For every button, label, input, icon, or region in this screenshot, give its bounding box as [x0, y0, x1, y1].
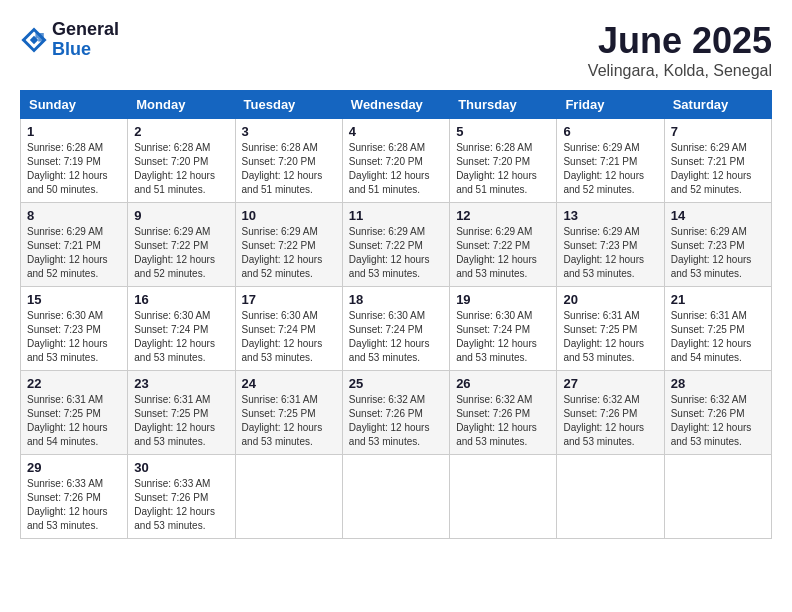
table-row: 7Sunrise: 6:29 AM Sunset: 7:21 PM Daylig…	[664, 119, 771, 203]
day-info: Sunrise: 6:32 AM Sunset: 7:26 PM Dayligh…	[671, 393, 765, 449]
day-info: Sunrise: 6:29 AM Sunset: 7:22 PM Dayligh…	[134, 225, 228, 281]
table-row	[450, 455, 557, 539]
day-info: Sunrise: 6:28 AM Sunset: 7:20 PM Dayligh…	[134, 141, 228, 197]
day-number: 25	[349, 376, 443, 391]
table-row: 9Sunrise: 6:29 AM Sunset: 7:22 PM Daylig…	[128, 203, 235, 287]
table-row: 14Sunrise: 6:29 AM Sunset: 7:23 PM Dayli…	[664, 203, 771, 287]
table-row: 28Sunrise: 6:32 AM Sunset: 7:26 PM Dayli…	[664, 371, 771, 455]
day-number: 24	[242, 376, 336, 391]
day-info: Sunrise: 6:29 AM Sunset: 7:23 PM Dayligh…	[671, 225, 765, 281]
table-row	[664, 455, 771, 539]
day-number: 15	[27, 292, 121, 307]
table-row: 30Sunrise: 6:33 AM Sunset: 7:26 PM Dayli…	[128, 455, 235, 539]
day-number: 21	[671, 292, 765, 307]
calendar: Sunday Monday Tuesday Wednesday Thursday…	[20, 90, 772, 539]
logo-blue: Blue	[52, 40, 119, 60]
title-area: June 2025 Velingara, Kolda, Senegal	[588, 20, 772, 80]
header: General Blue June 2025 Velingara, Kolda,…	[20, 20, 772, 80]
table-row: 11Sunrise: 6:29 AM Sunset: 7:22 PM Dayli…	[342, 203, 449, 287]
day-info: Sunrise: 6:28 AM Sunset: 7:19 PM Dayligh…	[27, 141, 121, 197]
day-info: Sunrise: 6:31 AM Sunset: 7:25 PM Dayligh…	[563, 309, 657, 365]
day-info: Sunrise: 6:29 AM Sunset: 7:22 PM Dayligh…	[456, 225, 550, 281]
table-row: 20Sunrise: 6:31 AM Sunset: 7:25 PM Dayli…	[557, 287, 664, 371]
day-number: 12	[456, 208, 550, 223]
table-row: 2Sunrise: 6:28 AM Sunset: 7:20 PM Daylig…	[128, 119, 235, 203]
col-thursday: Thursday	[450, 91, 557, 119]
day-info: Sunrise: 6:28 AM Sunset: 7:20 PM Dayligh…	[349, 141, 443, 197]
col-sunday: Sunday	[21, 91, 128, 119]
day-info: Sunrise: 6:29 AM Sunset: 7:21 PM Dayligh…	[671, 141, 765, 197]
day-info: Sunrise: 6:30 AM Sunset: 7:24 PM Dayligh…	[242, 309, 336, 365]
day-number: 22	[27, 376, 121, 391]
table-row	[235, 455, 342, 539]
day-number: 10	[242, 208, 336, 223]
calendar-week-1: 1Sunrise: 6:28 AM Sunset: 7:19 PM Daylig…	[21, 119, 772, 203]
day-info: Sunrise: 6:30 AM Sunset: 7:23 PM Dayligh…	[27, 309, 121, 365]
col-friday: Friday	[557, 91, 664, 119]
day-info: Sunrise: 6:33 AM Sunset: 7:26 PM Dayligh…	[27, 477, 121, 533]
table-row: 5Sunrise: 6:28 AM Sunset: 7:20 PM Daylig…	[450, 119, 557, 203]
day-info: Sunrise: 6:32 AM Sunset: 7:26 PM Dayligh…	[349, 393, 443, 449]
day-number: 8	[27, 208, 121, 223]
table-row: 12Sunrise: 6:29 AM Sunset: 7:22 PM Dayli…	[450, 203, 557, 287]
day-number: 17	[242, 292, 336, 307]
table-row: 13Sunrise: 6:29 AM Sunset: 7:23 PM Dayli…	[557, 203, 664, 287]
day-number: 3	[242, 124, 336, 139]
day-number: 20	[563, 292, 657, 307]
table-row: 19Sunrise: 6:30 AM Sunset: 7:24 PM Dayli…	[450, 287, 557, 371]
calendar-week-5: 29Sunrise: 6:33 AM Sunset: 7:26 PM Dayli…	[21, 455, 772, 539]
day-number: 4	[349, 124, 443, 139]
day-number: 30	[134, 460, 228, 475]
day-number: 1	[27, 124, 121, 139]
table-row	[342, 455, 449, 539]
day-info: Sunrise: 6:31 AM Sunset: 7:25 PM Dayligh…	[242, 393, 336, 449]
day-info: Sunrise: 6:28 AM Sunset: 7:20 PM Dayligh…	[242, 141, 336, 197]
day-info: Sunrise: 6:29 AM Sunset: 7:21 PM Dayligh…	[27, 225, 121, 281]
logo-general: General	[52, 20, 119, 40]
logo: General Blue	[20, 20, 119, 60]
table-row: 4Sunrise: 6:28 AM Sunset: 7:20 PM Daylig…	[342, 119, 449, 203]
table-row: 16Sunrise: 6:30 AM Sunset: 7:24 PM Dayli…	[128, 287, 235, 371]
day-info: Sunrise: 6:29 AM Sunset: 7:23 PM Dayligh…	[563, 225, 657, 281]
table-row: 24Sunrise: 6:31 AM Sunset: 7:25 PM Dayli…	[235, 371, 342, 455]
table-row	[557, 455, 664, 539]
table-row: 27Sunrise: 6:32 AM Sunset: 7:26 PM Dayli…	[557, 371, 664, 455]
table-row: 22Sunrise: 6:31 AM Sunset: 7:25 PM Dayli…	[21, 371, 128, 455]
logo-text: General Blue	[52, 20, 119, 60]
day-info: Sunrise: 6:28 AM Sunset: 7:20 PM Dayligh…	[456, 141, 550, 197]
day-number: 19	[456, 292, 550, 307]
col-saturday: Saturday	[664, 91, 771, 119]
day-number: 2	[134, 124, 228, 139]
table-row: 25Sunrise: 6:32 AM Sunset: 7:26 PM Dayli…	[342, 371, 449, 455]
day-number: 18	[349, 292, 443, 307]
day-number: 13	[563, 208, 657, 223]
day-info: Sunrise: 6:31 AM Sunset: 7:25 PM Dayligh…	[671, 309, 765, 365]
day-number: 29	[27, 460, 121, 475]
calendar-week-2: 8Sunrise: 6:29 AM Sunset: 7:21 PM Daylig…	[21, 203, 772, 287]
table-row: 8Sunrise: 6:29 AM Sunset: 7:21 PM Daylig…	[21, 203, 128, 287]
table-row: 3Sunrise: 6:28 AM Sunset: 7:20 PM Daylig…	[235, 119, 342, 203]
day-number: 9	[134, 208, 228, 223]
table-row: 17Sunrise: 6:30 AM Sunset: 7:24 PM Dayli…	[235, 287, 342, 371]
col-wednesday: Wednesday	[342, 91, 449, 119]
col-monday: Monday	[128, 91, 235, 119]
day-info: Sunrise: 6:30 AM Sunset: 7:24 PM Dayligh…	[349, 309, 443, 365]
table-row: 18Sunrise: 6:30 AM Sunset: 7:24 PM Dayli…	[342, 287, 449, 371]
day-number: 26	[456, 376, 550, 391]
day-number: 7	[671, 124, 765, 139]
table-row: 6Sunrise: 6:29 AM Sunset: 7:21 PM Daylig…	[557, 119, 664, 203]
month-title: June 2025	[588, 20, 772, 62]
day-number: 6	[563, 124, 657, 139]
table-row: 23Sunrise: 6:31 AM Sunset: 7:25 PM Dayli…	[128, 371, 235, 455]
table-row: 21Sunrise: 6:31 AM Sunset: 7:25 PM Dayli…	[664, 287, 771, 371]
table-row: 10Sunrise: 6:29 AM Sunset: 7:22 PM Dayli…	[235, 203, 342, 287]
logo-icon	[20, 26, 48, 54]
day-info: Sunrise: 6:33 AM Sunset: 7:26 PM Dayligh…	[134, 477, 228, 533]
day-info: Sunrise: 6:32 AM Sunset: 7:26 PM Dayligh…	[563, 393, 657, 449]
location-title: Velingara, Kolda, Senegal	[588, 62, 772, 80]
day-number: 16	[134, 292, 228, 307]
day-info: Sunrise: 6:31 AM Sunset: 7:25 PM Dayligh…	[134, 393, 228, 449]
day-number: 11	[349, 208, 443, 223]
day-number: 28	[671, 376, 765, 391]
calendar-week-4: 22Sunrise: 6:31 AM Sunset: 7:25 PM Dayli…	[21, 371, 772, 455]
